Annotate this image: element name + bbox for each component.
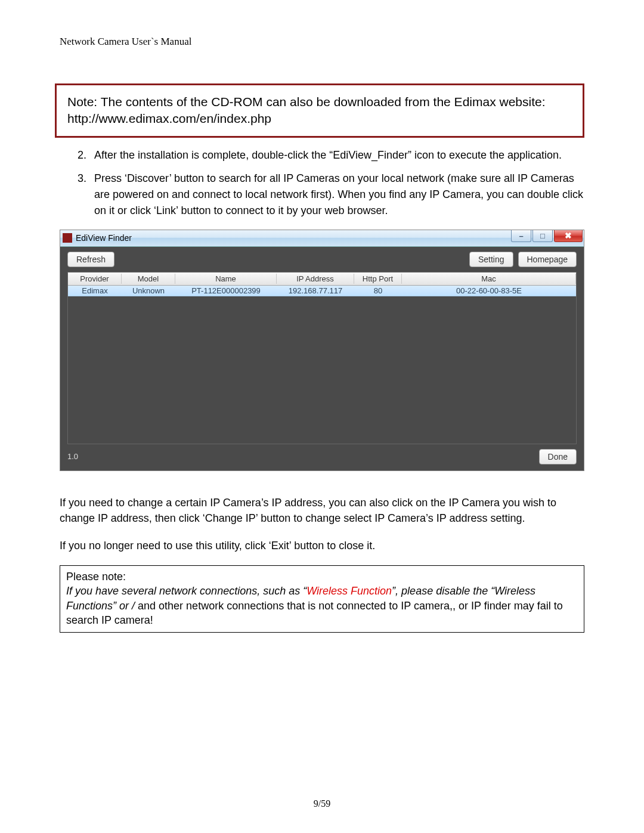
window-title: EdiView Finder: [76, 233, 511, 243]
close-button[interactable]: ✖: [554, 230, 583, 242]
toolbar: Refresh Setting Homepage: [60, 247, 584, 272]
cell-mac: 00-22-60-00-83-5E: [402, 286, 576, 295]
paragraph-change-ip: If you need to change a certain IP Camer…: [60, 495, 584, 526]
homepage-button[interactable]: Homepage: [518, 252, 577, 267]
please-note-line-a: If you have several network connections,…: [66, 585, 306, 597]
page-number: 9/59: [0, 798, 644, 809]
app-icon: [63, 233, 72, 243]
close-icon: ✖: [565, 231, 572, 240]
please-note-title: Please note:: [66, 569, 578, 584]
step-number: 3.: [78, 171, 94, 219]
step-number: 2.: [78, 147, 94, 163]
col-header-port[interactable]: Http Port: [354, 274, 402, 284]
window-controls: – □ ✖: [511, 230, 584, 246]
window-titlebar[interactable]: EdiView Finder – □ ✖: [60, 230, 584, 247]
done-button[interactable]: Done: [539, 449, 577, 465]
table-row[interactable]: Edimax Unknown PT-112E000002399 192.168.…: [68, 286, 576, 296]
cell-port: 80: [354, 286, 402, 295]
setting-button[interactable]: Setting: [469, 252, 513, 267]
col-header-ip[interactable]: IP Address: [277, 274, 354, 284]
camera-grid: Provider Model Name IP Address Http Port…: [67, 272, 577, 444]
step-text: After the installation is complete, doub…: [94, 147, 584, 163]
note-callout-box: Note: The contents of the CD-ROM can als…: [55, 83, 584, 138]
document-header: Network Camera User`s Manual: [60, 36, 584, 48]
refresh-button[interactable]: Refresh: [67, 252, 114, 267]
cell-provider: Edimax: [68, 286, 122, 295]
camera-grid-container: Provider Model Name IP Address Http Port…: [60, 272, 584, 444]
col-header-name[interactable]: Name: [175, 274, 277, 284]
paragraph-exit: If you no longer need to use this utilit…: [60, 538, 584, 553]
ediview-finder-window: EdiView Finder – □ ✖ Refresh Setting Hom…: [60, 230, 584, 471]
maximize-button[interactable]: □: [532, 230, 553, 242]
minimize-button[interactable]: –: [511, 230, 531, 242]
please-note-line-c: and other network connections that is no…: [66, 600, 563, 626]
col-header-model[interactable]: Model: [122, 274, 175, 284]
version-label: 1.0: [67, 452, 539, 461]
grid-body-empty: [68, 296, 576, 444]
please-note-box: Please note: If you have several network…: [60, 565, 584, 633]
step-item: 3. Press ‘Discover’ button to search for…: [78, 171, 584, 219]
grid-header-row: Provider Model Name IP Address Http Port…: [68, 272, 576, 286]
maximize-icon: □: [540, 231, 545, 240]
cell-name: PT-112E000002399: [175, 286, 277, 295]
instruction-steps: 2. After the installation is complete, d…: [78, 147, 584, 219]
step-item: 2. After the installation is complete, d…: [78, 147, 584, 163]
col-header-mac[interactable]: Mac: [402, 274, 576, 284]
minimize-icon: –: [519, 231, 523, 240]
col-header-provider[interactable]: Provider: [68, 274, 122, 284]
status-bar: 1.0 Done: [60, 444, 584, 470]
cell-model: Unknown: [122, 286, 175, 295]
cell-ip: 192.168.77.117: [277, 286, 354, 295]
step-text: Press ‘Discover’ button to search for al…: [94, 171, 584, 219]
wireless-function-highlight: Wireless Function: [306, 585, 392, 597]
